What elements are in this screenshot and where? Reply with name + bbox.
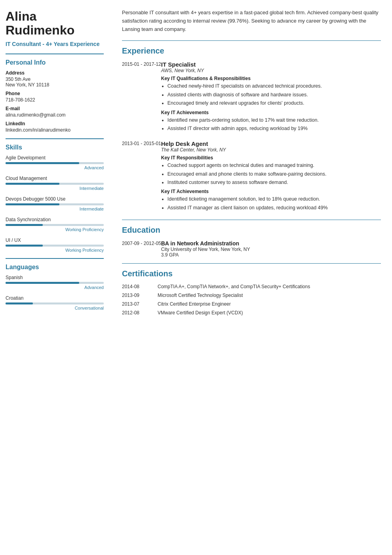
exp-bullets: Identified new parts-ordering solution, … [161,117,381,133]
certifications-entries: 2014-08 CompTIA A+, CompTIA Network+, an… [122,284,381,316]
cert-name: Citrix Certified Enterprise Engineer [158,301,231,307]
skill-name: Cloud Management [6,176,104,181]
education-section-title: Education [122,226,381,235]
skill-bar-fill [6,245,43,247]
bullet-item: Instituted customer survey to assess sof… [167,179,381,186]
language-item: Spanish Advanced [6,275,104,290]
summary-text: Personable IT consultant with 4+ years e… [122,9,381,33]
email-value: alina.rudimenko@gmail.com [6,112,104,118]
skill-name: UI / UX [6,237,104,243]
exp-subheading: Key IT Achievements [161,110,381,115]
exp-date: 2013-01 - 2015-01 [122,140,161,212]
edu-school: City University of New York, New York, N… [161,247,250,252]
bullet-item: Encouraged email and phone clients to ma… [167,170,381,178]
skill-bar-fill [6,224,43,226]
exp-subheading: Key IT Responsibilities [161,155,381,161]
skill-bar-fill [6,183,59,185]
cert-date: 2012-08 [122,310,158,316]
edu-title: BA in Network Administration [161,240,250,247]
certification-entry: 2012-08 VMware Certified Design Expert (… [122,310,381,316]
skill-level: Intermediate [6,207,104,211]
address-line2: New York, NY 10118 [6,82,104,88]
language-name: Croatian [6,295,104,301]
education-entries: 2007-09 - 2012-05 BA in Network Administ… [122,240,381,258]
name-divider [6,54,104,54]
name-heading: Alina Rudimenko [6,10,104,37]
cert-name: CompTIA A+, CompTIA Network+, and CompTI… [158,284,310,289]
edu-gpa: 3.9 GPA [161,252,250,258]
skill-item: Cloud Management Intermediate [6,176,104,191]
skills-list: Agile Development Advanced Cloud Managem… [6,155,104,253]
phone-label: Phone [6,91,104,96]
certifications-section-title: Certifications [122,269,381,278]
exp-content: IT Specialist AWS, New York, NY Key IT Q… [161,61,381,133]
skill-level: Working Proficiency [6,248,104,253]
skill-bar-bg [6,183,104,185]
language-level: Advanced [6,285,104,290]
exp-title: IT Specialist [161,61,381,68]
languages-title: Languages [6,264,104,271]
exp-content: Help Desk Agent The Kall Center, New Yor… [161,140,381,212]
bullet-item: Coached newly-hired IT specialists on ad… [167,82,381,90]
skill-level: Working Proficiency [6,227,104,232]
linkedin-value: linkedin.com/in/alinarudimenko [6,127,104,133]
email-label: E-mail [6,106,104,111]
sidebar: Alina Rudimenko IT Consultant - 4+ Years… [0,0,111,555]
edu-date: 2007-09 - 2012-05 [122,240,161,258]
edu-content: BA in Network Administration City Univer… [161,240,250,258]
skill-name: Devops Debugger 5000 Use [6,196,104,202]
exp-company: AWS, New York, NY [161,68,381,73]
skill-bar-fill [6,203,59,205]
bullet-item: Encouraged timely and relevant upgrades … [167,100,381,107]
cert-date: 2014-08 [122,284,158,289]
language-item: Croatian Conversational [6,295,104,310]
exp-subheading: Key IT Qualifications & Responsibilities [161,76,381,81]
experience-education-divider [122,220,381,220]
address-label: Address [6,70,104,76]
skill-bar-bg [6,203,104,205]
skill-bar-bg [6,162,104,164]
resume-page: Alina Rudimenko IT Consultant - 4+ Years… [0,0,392,555]
skill-item: UI / UX Working Proficiency [6,237,104,253]
first-name: Alina [6,9,36,23]
exp-date: 2015-01 - 2017-12 [122,61,161,133]
experience-entry: 2015-01 - 2017-12 IT Specialist AWS, New… [122,61,381,133]
education-cert-divider [122,263,381,264]
experience-entry: 2013-01 - 2015-01 Help Desk Agent The Ka… [122,140,381,212]
main-content: Personable IT consultant with 4+ years e… [111,0,392,555]
language-bar-fill [6,302,33,304]
last-name: Rudimenko [6,23,74,37]
skill-bar-bg [6,245,104,247]
experience-entries: 2015-01 - 2017-12 IT Specialist AWS, New… [122,61,381,212]
cert-name: VMware Certified Design Expert (VCDX) [158,310,243,316]
certification-entry: 2014-08 CompTIA A+, CompTIA Network+, an… [122,284,381,289]
skill-level: Advanced [6,165,104,170]
exp-title: Help Desk Agent [161,140,381,147]
experience-section-title: Experience [122,46,381,56]
skill-bar-bg [6,224,104,226]
language-name: Spanish [6,275,104,280]
name-block: Alina Rudimenko IT Consultant - 4+ Years… [6,10,104,48]
phone-value: 718-708-1622 [6,97,104,103]
bullet-item: Coached support agents on technical duti… [167,162,381,169]
job-title: IT Consultant - 4+ Years Experience [6,40,104,48]
cert-name: Microsoft Certified Technology Specialis… [158,293,243,298]
bullet-item: Identified new parts-ordering solution, … [167,117,381,124]
language-bar-fill [6,282,79,284]
cert-date: 2013-09 [122,293,158,298]
bullet-item: Assisted IT director with admin apps, re… [167,125,381,132]
exp-bullets: Identified ticketing management solution… [161,195,381,212]
skills-title: Skills [6,144,104,151]
cert-date: 2013-07 [122,301,158,307]
summary-experience-divider [122,40,381,41]
linkedin-label: LinkedIn [6,121,104,126]
skill-item: Devops Debugger 5000 Use Intermediate [6,196,104,211]
bullet-item: Identified ticketing management solution… [167,195,381,203]
languages-list: Spanish Advanced Croatian Conversational [6,275,104,310]
education-entry: 2007-09 - 2012-05 BA in Network Administ… [122,240,381,258]
exp-bullets: Coached newly-hired IT specialists on ad… [161,82,381,107]
personal-info-title: Personal Info [6,59,104,66]
language-level: Conversational [6,306,104,310]
bullet-item: Assisted clients with diagnosis of softw… [167,91,381,99]
certification-entry: 2013-07 Citrix Certified Enterprise Engi… [122,301,381,307]
